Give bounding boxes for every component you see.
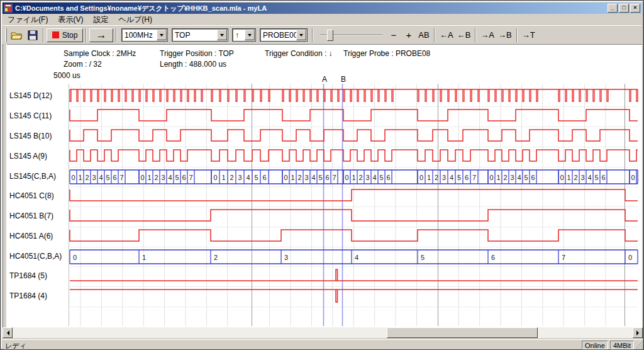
set-cursor-b-button[interactable]: →B [496, 28, 514, 42]
app-window: C:¥Documents and Settings¥noname¥デスクトップ¥… [0, 0, 644, 350]
menu-item-3[interactable]: ヘルプ(H) [113, 14, 157, 26]
toolbar-separator [86, 28, 87, 42]
chevron-down-icon[interactable] [157, 30, 167, 40]
menu-item-1[interactable]: 表示(V) [53, 14, 88, 26]
floppy-icon [28, 30, 38, 40]
menu-item-0[interactable]: ファイル(F) [3, 14, 53, 26]
status-memory: 4MBit [610, 341, 634, 349]
scroll-thumb[interactable] [387, 327, 538, 338]
chevron-down-icon[interactable] [217, 30, 227, 40]
triangle-right-icon [636, 330, 641, 336]
channel-label: HC4051 C(8) [9, 191, 69, 200]
trigger-condition-label: Trigger Condition : ↓ [265, 49, 333, 58]
goto-cursor-b-button[interactable]: ←B [455, 28, 473, 42]
menubar: ファイル(F)表示(V)設定ヘルプ(H) [3, 14, 641, 25]
probe-combo[interactable]: PROBE00 [260, 28, 308, 42]
window-title: C:¥Documents and Settings¥noname¥デスクトップ¥… [15, 4, 606, 13]
stop-label: Stop [62, 31, 78, 40]
zoom-in-button[interactable]: + [401, 28, 416, 42]
set-cursor-a-button[interactable]: →A [479, 28, 496, 42]
clock-combo[interactable]: 100MHz [121, 28, 168, 42]
channel-label: LS145 A(9) [9, 152, 69, 161]
folder-open-icon [11, 30, 23, 40]
resize-grip[interactable] [635, 341, 643, 349]
cursor-a-label[interactable]: A [320, 75, 329, 84]
probe-combo-value: PROBE00 [260, 31, 296, 40]
horizontal-scrollbar[interactable] [3, 327, 643, 338]
ab-cursor-button[interactable]: AB [416, 28, 431, 42]
chevron-down-icon[interactable] [245, 30, 255, 40]
clock-combo-value: 100MHz [122, 31, 157, 40]
length-label: Length : 488.000 us [160, 60, 226, 69]
stop-button[interactable]: Stop [47, 28, 83, 42]
waveform-area[interactable] [7, 44, 642, 327]
sample-clock-label: Sample Clock : 2MHz [64, 49, 136, 58]
status-online: Online [582, 341, 608, 349]
zoom-slider[interactable] [319, 28, 382, 42]
minimize-button[interactable]: _ [608, 4, 618, 13]
goto-trigger-button[interactable]: →T [520, 28, 537, 42]
trigger-position-label: Trigger Position : TOP [160, 49, 234, 58]
channel-label: LS145 C(11) [9, 111, 69, 120]
toolbar-separator [43, 28, 44, 42]
statusbar: レディ Online 4MBit [3, 339, 643, 349]
channel-label: HC4051 A(6) [9, 232, 69, 240]
trigger-position-combo[interactable]: TOP [172, 28, 228, 42]
open-button[interactable] [9, 28, 25, 42]
window-titlebar[interactable]: C:¥Documents and Settings¥noname¥デスクトップ¥… [3, 3, 641, 14]
chevron-down-icon[interactable] [296, 30, 306, 40]
toolbar-separator [312, 28, 313, 42]
toolbar-separator [516, 28, 518, 42]
channel-label: HC4051 B(7) [9, 212, 69, 220]
channel-label: TP1684 (4) [9, 291, 69, 300]
close-button[interactable]: × [630, 4, 640, 13]
channel-label: LS145 B(10) [9, 132, 69, 140]
cursor-b-label[interactable]: B [339, 75, 348, 84]
zoom-label: Zoom : / 32 [64, 60, 102, 69]
app-icon [4, 4, 13, 13]
status-ready: レディ [5, 341, 26, 350]
goto-cursor-a-button[interactable]: ←A [438, 28, 455, 42]
toolbar-separator [116, 28, 117, 42]
channel-label: HC4051(C,B,A) [9, 252, 69, 261]
stop-icon [52, 31, 59, 38]
zoom-slider-thumb[interactable] [327, 30, 333, 41]
zoom-out-button[interactable]: − [386, 28, 401, 42]
run-button[interactable]: → [89, 28, 113, 42]
maximize-button[interactable]: □ [619, 4, 629, 13]
toolbar-separator [434, 28, 435, 42]
trigger-probe-label: Trigger Probe : PROBE08 [343, 49, 430, 58]
left-splitter[interactable] [3, 44, 7, 327]
trigger-edge-combo[interactable]: ↑ [232, 28, 256, 42]
channel-label: TP1684 (5) [9, 271, 69, 280]
toolbar-grip[interactable] [5, 28, 7, 42]
time-scale-label: 5000 us [53, 71, 80, 80]
toolbar: Stop → 100MHz TOP ↑ PROBE00 − + AB ←A [3, 25, 641, 44]
arrow-right-icon: → [96, 29, 107, 42]
channel-label: LS145 D(12) [9, 91, 69, 100]
menu-item-2[interactable]: 設定 [88, 14, 113, 26]
toolbar-separator [475, 28, 476, 42]
triangle-left-icon [4, 330, 9, 336]
channel-label: LS145(C,B,A) [9, 172, 69, 181]
save-button[interactable] [25, 28, 40, 42]
trigger-edge-combo-value: ↑ [233, 31, 245, 40]
trigger-position-combo-value: TOP [172, 31, 217, 40]
scroll-right-button[interactable] [633, 327, 643, 338]
scroll-left-button[interactable] [3, 327, 13, 338]
